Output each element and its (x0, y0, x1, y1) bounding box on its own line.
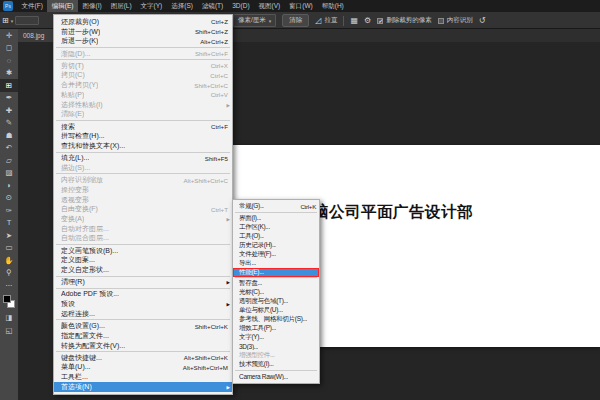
preferences-item[interactable]: 工具(O)... (233, 232, 319, 241)
color-swatches[interactable] (0, 295, 18, 312)
overlay-grid-icon[interactable]: ▦ (350, 16, 358, 25)
edit-menu-item[interactable]: 合并拷贝(Y)Shift+Ctrl+C (54, 80, 232, 90)
edit-menu-item[interactable]: 拷贝(C)Ctrl+C (54, 71, 232, 81)
clear-button[interactable]: 清除 (282, 14, 309, 27)
edit-menu-item[interactable]: 搜索Ctrl+F (54, 122, 232, 132)
menubar-item-9[interactable]: 视图(V) (254, 0, 285, 12)
edit-menu-item[interactable]: 键盘快捷键...Alt+Shift+Ctrl+K (54, 353, 232, 363)
clone-stamp-tool[interactable]: ☗ (0, 129, 18, 142)
gradient-tool[interactable]: ▨ (0, 167, 18, 180)
preferences-item[interactable]: 导出... (233, 259, 319, 268)
edit-menu-item[interactable]: 首选项(N)▶ (54, 382, 232, 392)
edit-menu-item[interactable]: 定义自定形状... (54, 265, 232, 275)
quick-mask-icon[interactable]: ◨ (0, 312, 18, 325)
edit-menu-item[interactable]: 定义画笔预设(B)... (54, 246, 232, 256)
preferences-item[interactable]: 文件处理(F)... (233, 250, 319, 259)
edit-menu-item[interactable]: 描边(S)... (54, 163, 232, 173)
edit-menu-item[interactable]: 清理(R)▶ (54, 277, 232, 287)
edit-menu-item[interactable]: 指定配置文件... (54, 331, 232, 341)
zoom-tool[interactable]: ⚲ (0, 267, 18, 280)
menubar-item-1[interactable]: 文件(F) (17, 0, 47, 12)
edit-menu-item[interactable]: 工具栏... (54, 372, 232, 382)
preferences-item[interactable]: Camera Raw(W)... (233, 372, 319, 381)
chevron-down-icon[interactable]: ▾ (11, 18, 14, 24)
edit-toolbar[interactable]: ⋯ (0, 279, 18, 292)
preferences-item[interactable]: 技术预览(I)... (233, 360, 319, 369)
preferences-item[interactable]: 历史记录(H)... (233, 241, 319, 250)
menubar-item-6[interactable]: 选择(S) (167, 0, 198, 12)
quick-selection-tool[interactable]: ✱ (0, 67, 18, 80)
crop-tool[interactable]: ⊞ (0, 79, 18, 92)
document-tab[interactable]: 008.jpg (18, 29, 55, 42)
edit-menu-item[interactable]: 变换(A)▶ (54, 214, 232, 224)
blur-tool[interactable]: ◗ (0, 179, 18, 192)
preferences-item[interactable]: 文字(Y)... (233, 333, 319, 342)
preferences-item[interactable]: 增强型控件... (233, 351, 319, 360)
edit-menu-item[interactable]: 转换为配置文件(V)... (54, 341, 232, 351)
edit-menu-item[interactable]: 清除(E) (54, 109, 232, 119)
edit-menu-item[interactable]: 自动对齐图层... (54, 224, 232, 234)
menubar-item-10[interactable]: 窗口(W) (285, 0, 317, 12)
history-brush-tool[interactable]: ↶ (0, 142, 18, 155)
edit-menu-item[interactable]: 还原裁剪(O)Ctrl+Z (54, 17, 232, 27)
delete-cropped-pixels-checkbox[interactable]: 删除裁剪的像素 (377, 16, 432, 25)
edit-menu-item[interactable]: Adobe PDF 预设... (54, 290, 232, 300)
foreground-color-swatch[interactable] (3, 295, 11, 303)
edit-menu-item[interactable]: 预设▶ (54, 299, 232, 309)
edit-menu-item[interactable]: 填充(L)...Shift+F5 (54, 153, 232, 163)
preferences-item[interactable]: 性能(E)... (233, 268, 319, 277)
eyedropper-tool[interactable]: ✒ (0, 92, 18, 105)
rectangular-marquee-tool[interactable]: ◻ (0, 42, 18, 55)
edit-menu-item[interactable]: 内容识别缩放Alt+Shift+Ctrl+C (54, 175, 232, 185)
menubar-item-11[interactable]: 帮助(H) (317, 0, 348, 12)
edit-menu-item[interactable]: 自动混合图层... (54, 233, 232, 243)
reset-icon[interactable]: ↺ (479, 16, 486, 25)
edit-menu-item[interactable]: 定义图案... (54, 255, 232, 265)
edit-menu-item[interactable]: 拼写检查(H)... (54, 131, 232, 141)
menubar-item-3[interactable]: 图像(I) (78, 0, 106, 12)
edit-menu-item[interactable]: 渐隐(D)...Shift+Ctrl+F (54, 49, 232, 59)
edit-menu-item[interactable]: 查找和替换文本(X)... (54, 141, 232, 151)
preferences-item[interactable]: 光标(C)... (233, 288, 319, 297)
lasso-tool[interactable]: ◌ (0, 54, 18, 67)
preferences-item[interactable]: 常规(G)...Ctrl+K (233, 202, 319, 211)
preferences-item[interactable]: 增效工具(P)... (233, 324, 319, 333)
edit-menu-item[interactable]: 选择性粘贴(I)▶ (54, 100, 232, 110)
preferences-item[interactable]: 暂存盘... (233, 279, 319, 288)
preferences-item[interactable]: 透明度与色域(T)... (233, 297, 319, 306)
screen-mode-icon[interactable]: ◱ (0, 324, 18, 337)
hand-tool[interactable]: ✋ (0, 254, 18, 267)
preferences-item[interactable]: 3D(3)... (233, 342, 319, 351)
pen-tool[interactable]: ✑ (0, 204, 18, 217)
gear-icon[interactable]: ⚙ (364, 16, 371, 25)
menubar-item-7[interactable]: 滤镜(T) (197, 0, 227, 12)
dodge-tool[interactable]: ⊙ (0, 192, 18, 205)
menubar-item-8[interactable]: 3D(D) (228, 0, 254, 12)
edit-menu-item[interactable]: 菜单(U)...Alt+Shift+Ctrl+M (54, 363, 232, 373)
edit-menu-item[interactable]: 远程连接... (54, 309, 232, 319)
preferences-item[interactable]: 工作区(K)... (233, 223, 319, 232)
move-tool[interactable]: ✛ (0, 29, 18, 42)
preferences-item[interactable]: 单位与标尺(U)... (233, 306, 319, 315)
menubar-item-4[interactable]: 图层(L) (106, 0, 136, 12)
brush-tool[interactable]: ✎ (0, 117, 18, 130)
content-aware-checkbox[interactable]: 内容识别 (438, 16, 473, 25)
edit-menu-item[interactable]: 粘贴(P)Ctrl+V (54, 90, 232, 100)
menubar-item-2[interactable]: 编辑(E) (47, 0, 78, 12)
path-selection-tool[interactable]: ➤ (0, 229, 18, 242)
edit-menu-item[interactable]: 透视变形 (54, 195, 232, 205)
type-tool[interactable]: T (0, 217, 18, 230)
crop-ratio-field[interactable] (15, 16, 39, 25)
eraser-tool[interactable]: ▱ (0, 154, 18, 167)
straighten-control[interactable]: ◿ 拉直 (315, 16, 337, 25)
edit-menu-item[interactable]: 后退一步(K)Alt+Ctrl+Z (54, 36, 232, 46)
spot-healing-brush-tool[interactable]: ✚ (0, 104, 18, 117)
edit-menu-item[interactable]: 前进一步(W)Shift+Ctrl+Z (54, 27, 232, 37)
edit-menu-item[interactable]: 自由变换(F)Ctrl+T (54, 204, 232, 214)
crop-icon[interactable]: ⊞ (2, 16, 9, 25)
edit-menu-item[interactable]: 颜色设置(G)...Shift+Ctrl+K (54, 321, 232, 331)
edit-menu-item[interactable]: 剪切(T)Ctrl+X (54, 61, 232, 71)
shape-tool[interactable]: ▭ (0, 242, 18, 255)
resolution-unit-dropdown[interactable]: 像素/厘米 ▾ (233, 14, 276, 27)
menubar-item-5[interactable]: 文字(Y) (136, 0, 167, 12)
